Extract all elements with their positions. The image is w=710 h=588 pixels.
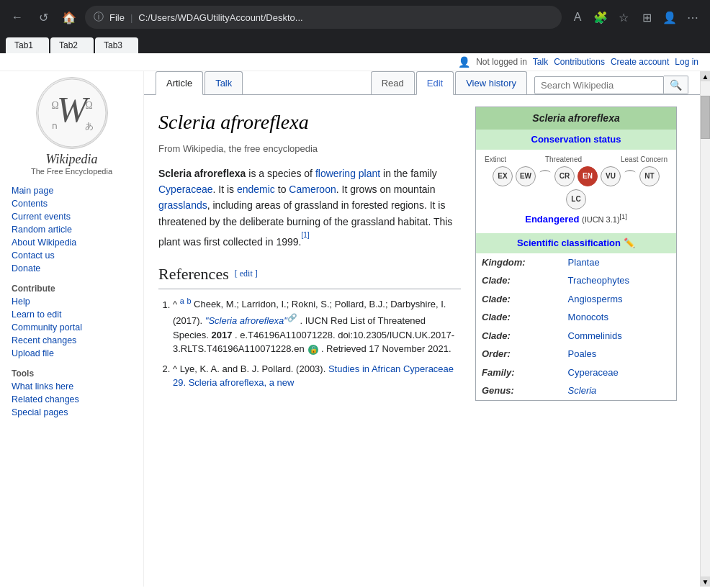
svg-text:Ω: Ω (85, 100, 92, 111)
log-in-link[interactable]: Log in (675, 57, 698, 67)
search-input[interactable] (534, 76, 664, 94)
ref1-caret: ^ (173, 299, 180, 310)
cameroon-link[interactable]: Cameroon (289, 184, 336, 195)
search-button[interactable]: 🔍 (664, 76, 688, 94)
contributions-link[interactable]: Contributions (554, 57, 605, 67)
user-bar: 👤 Not logged in Talk Contributions Creat… (0, 53, 710, 71)
svg-text:Ω: Ω (51, 100, 58, 111)
sidebar-item-special-pages[interactable]: Special pages (12, 406, 132, 419)
back-button[interactable]: ← (7, 7, 27, 27)
home-button[interactable]: 🏠 (59, 7, 79, 27)
tabs-bar: Tab1 Tab2 Tab3 (0, 35, 710, 53)
infobox: Scleria afroreflexa Conservation status … (475, 107, 677, 401)
contribute-heading: Contribute (12, 284, 132, 294)
flowering-plant-link[interactable]: flowering plant (315, 168, 380, 179)
clade4-label: Clade: (476, 327, 562, 345)
file-label: File (109, 12, 125, 23)
endemic-link[interactable]: endemic (237, 184, 275, 195)
extensions-button[interactable]: 🧩 (590, 7, 611, 27)
family-label: Family: (476, 363, 562, 382)
ref1-link[interactable]: [1] (301, 231, 309, 239)
clade1-label: Clade: (476, 271, 562, 290)
sidebar-item-donate[interactable]: Donate (12, 262, 132, 275)
clade4-val[interactable]: Commelinids (568, 330, 622, 341)
ref1-b[interactable]: b (187, 297, 191, 305)
clade2-val[interactable]: Angiosperms (568, 294, 623, 304)
scroll-up-button[interactable]: ▲ (701, 71, 711, 81)
tab-3[interactable]: Tab3 (95, 37, 138, 53)
scientific-classification-label: Scientific classification (517, 236, 621, 250)
sidebar-navigation: Main page Contents Current events Random… (12, 184, 132, 275)
sidebar-item-main-page[interactable]: Main page (12, 184, 132, 197)
kingdom-val[interactable]: Plantae (568, 257, 600, 268)
edit-pencil-icon: ✏️ (624, 236, 635, 250)
genus-label: Genus: (476, 381, 562, 400)
cons-cr: CR (554, 166, 575, 186)
infobox-conservation-status: Conservation status (476, 130, 676, 150)
table-row: Genus: Scleria (476, 381, 676, 400)
scroll-track (701, 81, 710, 576)
ref1-title[interactable]: "Scleria afroreflexa" (205, 315, 287, 326)
endangered-label: Endangered (525, 211, 579, 227)
order-val[interactable]: Poales (568, 348, 597, 359)
article-content: Scleria afroreflexa Conservation status … (144, 95, 691, 407)
svg-text:あ: あ (84, 122, 93, 131)
sidebar-item-help[interactable]: Help (12, 295, 132, 308)
cyperaceae-link[interactable]: Cyperaceae (158, 184, 213, 195)
browser-chrome: ← ↺ 🏠 ⓘ File | C:/Users/WDAGUtilityAccou… (0, 0, 710, 35)
bracket-open: ⌒ (539, 170, 552, 183)
sidebar-item-contact-us[interactable]: Contact us (12, 249, 132, 262)
scroll-thumb[interactable] (701, 96, 710, 139)
clade2-label: Clade: (476, 290, 562, 309)
article-tabs: Article Talk Read Edit View history 🔍 (144, 71, 700, 95)
sidebar-item-learn-to-edit[interactable]: Learn to edit (12, 308, 132, 321)
clade1-val[interactable]: Tracheophytes (568, 275, 630, 286)
sidebar-item-what-links-here[interactable]: What links here (12, 380, 132, 393)
ref1-a[interactable]: a (180, 297, 184, 305)
address-bar[interactable]: ⓘ File | C:/Users/WDAGUtilityAccount/Des… (85, 6, 562, 29)
font-button[interactable]: A (567, 7, 588, 27)
profile-button[interactable]: 👤 (660, 7, 680, 27)
search-box: 🔍 (534, 76, 688, 94)
sidebar-item-recent-changes[interactable]: Recent changes (12, 334, 132, 347)
sidebar-item-random-article[interactable]: Random article (12, 223, 132, 236)
table-row: Clade: Angiosperms (476, 290, 676, 309)
more-button[interactable]: ⋯ (683, 7, 703, 27)
iucn-ref: [1] (620, 213, 627, 220)
ref1-year: 2017 (211, 330, 232, 340)
iucn-note: (IUCN 3.1)[1] (582, 215, 627, 224)
tab-2[interactable]: Tab2 (50, 37, 94, 53)
sidebar-item-current-events[interactable]: Current events (12, 210, 132, 223)
sidebar-item-community-portal[interactable]: Community portal (12, 321, 132, 334)
sidebar-item-related-changes[interactable]: Related changes (12, 393, 132, 406)
tab-read[interactable]: Read (371, 71, 415, 94)
favorites-button[interactable]: ☆ (614, 7, 634, 27)
sidebar-item-about-wikipedia[interactable]: About Wikipedia (12, 236, 132, 249)
references-edit-link[interactable]: [ edit ] (235, 267, 258, 281)
genus-val[interactable]: Scleria (568, 385, 597, 396)
open-lock-icon: 🔓 (308, 345, 318, 355)
separator: | (130, 12, 132, 23)
create-account-link[interactable]: Create account (611, 57, 669, 67)
cons-nt: NT (639, 166, 660, 186)
sidebar-item-upload-file[interactable]: Upload file (12, 347, 132, 360)
tab-1[interactable]: Tab1 (6, 37, 49, 53)
collections-button[interactable]: ⊞ (637, 7, 657, 27)
grasslands-link[interactable]: grasslands (158, 199, 207, 211)
family-val[interactable]: Cyperaceae (568, 367, 619, 378)
talk-link[interactable]: Talk (533, 57, 548, 67)
sidebar-item-contents[interactable]: Contents (12, 197, 132, 210)
scrollbar[interactable]: ▲ ▼ (700, 71, 710, 587)
tab-view-history[interactable]: View history (455, 71, 527, 94)
table-row: Clade: Monocots (476, 308, 676, 327)
scroll-down-button[interactable]: ▼ (701, 576, 711, 587)
tab-article[interactable]: Article (156, 71, 203, 95)
clade3-val[interactable]: Monocots (568, 312, 608, 322)
wiki-subtitle: The Free Encyclopedia (12, 167, 132, 176)
reload-button[interactable]: ↺ (33, 7, 53, 27)
tab-edit[interactable]: Edit (416, 71, 454, 95)
svg-text:ח: ח (52, 122, 58, 131)
tab-talk[interactable]: Talk (205, 71, 243, 94)
sidebar: W Ω Ω ח あ Wikipedia The Free Encyclopedi… (0, 71, 144, 587)
references-label: References (158, 261, 229, 286)
